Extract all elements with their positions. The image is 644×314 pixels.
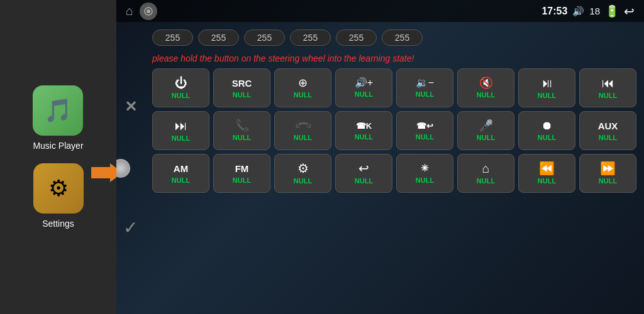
status-bar: ⌂ 17:53 🔊 18 🔋 ↩ <box>116 0 644 22</box>
status-right: 17:53 🔊 18 🔋 ↩ <box>541 4 635 19</box>
sidebar: 🎵 Music Player ⚙ Settings <box>0 0 116 314</box>
value-pill-3: 255 <box>290 30 331 46</box>
volume-level: 18 <box>589 6 600 16</box>
left-controls: ✕ ✓ <box>116 22 145 314</box>
back-icon[interactable]: ↩ <box>624 4 635 19</box>
menu-button[interactable]: ⚙ NULL <box>274 154 331 193</box>
mute-button[interactable]: 🔇 NULL <box>457 68 514 107</box>
value-pills-row: 255 255 255 255 255 255 <box>152 27 636 48</box>
play-pause-button[interactable]: ⏯ NULL <box>518 68 575 107</box>
vol-up-button[interactable]: 🔊+ NULL <box>335 68 392 107</box>
instruction-row: please hold the button on the steering w… <box>152 52 636 65</box>
control-panel: 255 255 255 255 255 255 please hold the … <box>145 22 644 314</box>
settings-icon: ⚙ <box>33 163 84 214</box>
call-button[interactable]: 📞 NULL <box>213 111 270 150</box>
rewind-button[interactable]: ⏪ NULL <box>518 154 575 193</box>
status-time: 17:53 <box>541 6 567 17</box>
main-content: ⌂ 17:53 🔊 18 🔋 ↩ ✕ ✓ 2 <box>116 0 644 314</box>
home-nav-icon[interactable]: ⌂ <box>126 4 133 18</box>
value-pill-1: 255 <box>198 30 239 46</box>
back-button[interactable]: ↩ NULL <box>335 154 392 193</box>
sidebar-item-music-player[interactable]: 🎵 Music Player <box>33 85 83 151</box>
battery-icon: 🔋 <box>605 4 619 18</box>
fm-button[interactable]: FM NULL <box>213 154 270 193</box>
src-button[interactable]: SRC NULL <box>213 68 270 107</box>
next-button[interactable]: ⏭ NULL <box>152 111 209 150</box>
button-grid: ⏻ NULL SRC NULL ⊕ NULL 🔊+ NULL <box>152 68 636 309</box>
reject-button[interactable]: ☎↩ NULL <box>396 111 453 150</box>
confirm-button[interactable]: ✓ <box>123 217 138 238</box>
prev-button[interactable]: ⏮ NULL <box>579 68 636 107</box>
volume-icon: 🔊 <box>572 6 584 17</box>
settings-label: Settings <box>42 219 74 229</box>
aux-button[interactable]: AUX NULL <box>579 111 636 150</box>
music-player-label: Music Player <box>33 141 83 151</box>
button-row-3: AM NULL FM NULL ⚙ NULL ↩ NULL <box>152 154 636 193</box>
value-pill-0: 255 <box>152 30 193 46</box>
record-button[interactable]: ⏺ NULL <box>518 111 575 150</box>
home-button[interactable]: ⌂ NULL <box>457 154 514 193</box>
instruction-text: please hold the button on the steering w… <box>152 53 414 63</box>
svg-point-1 <box>147 9 150 13</box>
value-pill-4: 255 <box>336 30 377 46</box>
cancel-button[interactable]: ✕ <box>125 98 137 116</box>
power-button[interactable]: ⏻ NULL <box>152 68 209 107</box>
gps-button[interactable]: ⊕ NULL <box>274 68 331 107</box>
answer-k-button[interactable]: ☎K NULL <box>335 111 392 150</box>
nav-circle-icon[interactable] <box>140 3 157 20</box>
value-pill-5: 255 <box>382 30 423 46</box>
knob[interactable] <box>116 159 130 178</box>
bluetooth-button[interactable]: ✳ NULL <box>396 154 453 193</box>
am-button[interactable]: AM NULL <box>152 154 209 193</box>
button-row-1: ⏻ NULL SRC NULL ⊕ NULL 🔊+ NULL <box>152 68 636 107</box>
value-pill-2: 255 <box>244 30 285 46</box>
sidebar-item-settings[interactable]: ⚙ Settings <box>33 163 84 229</box>
hang-up-button[interactable]: 📞 NULL <box>274 111 331 150</box>
vol-down-button[interactable]: 🔉− NULL <box>396 68 453 107</box>
fast-forward-button[interactable]: ⏩ NULL <box>579 154 636 193</box>
music-player-icon: 🎵 <box>33 85 83 136</box>
button-row-2: ⏭ NULL 📞 NULL 📞 NULL ☎K NULL <box>152 111 636 150</box>
main-area: ✕ ✓ 255 255 255 255 255 255 please hold … <box>116 22 644 314</box>
mic-button[interactable]: 🎤 NULL <box>457 111 514 150</box>
status-left: ⌂ <box>126 3 157 20</box>
